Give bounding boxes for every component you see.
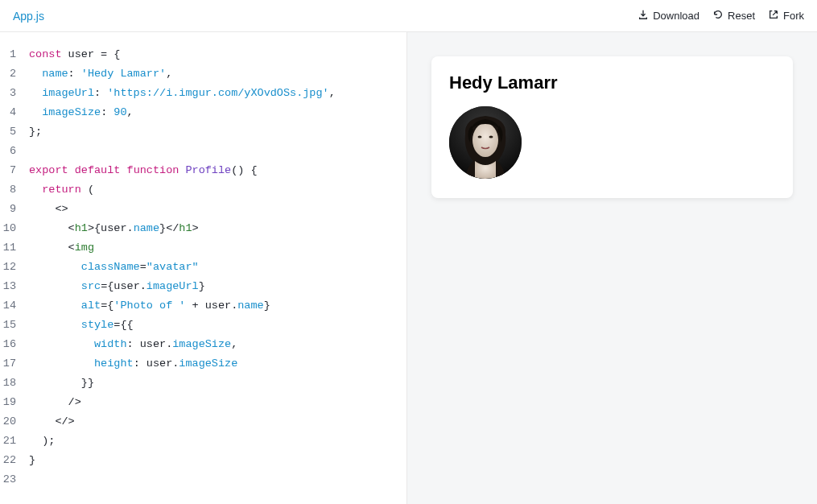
code-line[interactable]: height: user.imageSize xyxy=(29,354,406,374)
preview-heading: Hedy Lamarr xyxy=(449,72,775,93)
download-label: Download xyxy=(653,10,699,22)
code-container: 1234567891011121314151617181920212223 co… xyxy=(0,32,406,490)
code-line[interactable]: /> xyxy=(29,393,406,412)
code-line[interactable] xyxy=(29,470,406,490)
code-line[interactable]: }} xyxy=(29,374,406,393)
line-number: 13 xyxy=(0,277,16,296)
code-line[interactable]: ); xyxy=(29,432,406,451)
code-line[interactable]: <h1>{user.name}</h1> xyxy=(29,219,406,238)
code-line[interactable]: name: 'Hedy Lamarr', xyxy=(29,64,406,84)
code-line[interactable]: export default function Profile() { xyxy=(29,161,406,180)
line-number: 21 xyxy=(0,432,16,451)
line-number: 6 xyxy=(0,142,16,161)
line-number: 3 xyxy=(0,84,16,103)
svg-point-3 xyxy=(489,136,493,138)
download-button[interactable]: Download xyxy=(638,9,699,23)
code-line[interactable]: alt={'Photo of ' + user.name} xyxy=(29,296,406,316)
code-line[interactable]: <img xyxy=(29,238,406,258)
line-number: 20 xyxy=(0,412,16,432)
reset-button[interactable]: Reset xyxy=(712,9,755,23)
line-number: 1 xyxy=(0,45,16,64)
reset-label: Reset xyxy=(728,10,755,22)
code-line[interactable]: style={{ xyxy=(29,316,406,335)
code-content[interactable]: const user = { name: 'Hedy Lamarr', imag… xyxy=(26,45,406,490)
line-number: 15 xyxy=(0,316,16,335)
line-number: 11 xyxy=(0,238,16,258)
code-editor-pane[interactable]: 1234567891011121314151617181920212223 co… xyxy=(0,32,407,504)
line-number: 23 xyxy=(0,470,16,490)
code-line[interactable]: imageSize: 90, xyxy=(29,103,406,122)
code-line[interactable]: <> xyxy=(29,200,406,219)
line-number: 18 xyxy=(0,374,16,393)
code-line[interactable]: src={user.imageUrl} xyxy=(29,277,406,296)
line-number: 19 xyxy=(0,393,16,412)
line-number: 4 xyxy=(0,103,16,122)
code-line[interactable]: return ( xyxy=(29,180,406,200)
code-line[interactable]: const user = { xyxy=(29,45,406,64)
line-number: 9 xyxy=(0,200,16,219)
line-number: 10 xyxy=(0,219,16,238)
line-number: 17 xyxy=(0,354,16,374)
fork-icon xyxy=(768,9,779,23)
svg-point-1 xyxy=(472,123,498,157)
line-number: 22 xyxy=(0,451,16,470)
preview-pane: Hedy Lamarr xyxy=(407,32,817,504)
line-number: 7 xyxy=(0,161,16,180)
code-line[interactable]: className="avatar" xyxy=(29,258,406,277)
code-line[interactable] xyxy=(29,142,406,161)
svg-point-2 xyxy=(478,136,482,138)
download-icon xyxy=(638,9,649,23)
filename-tab[interactable]: App.js xyxy=(13,10,44,23)
editor-header: App.js Download Reset For xyxy=(0,0,817,32)
preview-card: Hedy Lamarr xyxy=(431,56,793,198)
toolbar: Download Reset Fork xyxy=(638,9,804,23)
avatar-image xyxy=(449,106,522,179)
reset-icon xyxy=(712,9,724,23)
line-number: 2 xyxy=(0,64,16,84)
code-line[interactable]: imageUrl: 'https://i.imgur.com/yXOvdOSs.… xyxy=(29,84,406,103)
line-number: 14 xyxy=(0,296,16,316)
code-line[interactable]: } xyxy=(29,451,406,470)
fork-label: Fork xyxy=(783,10,804,22)
line-number-gutter: 1234567891011121314151617181920212223 xyxy=(0,45,26,490)
line-number: 5 xyxy=(0,122,16,142)
code-line[interactable]: width: user.imageSize, xyxy=(29,335,406,354)
line-number: 16 xyxy=(0,335,16,354)
code-line[interactable]: }; xyxy=(29,122,406,142)
line-number: 12 xyxy=(0,258,16,277)
code-line[interactable]: </> xyxy=(29,412,406,432)
main-split: 1234567891011121314151617181920212223 co… xyxy=(0,32,817,504)
fork-button[interactable]: Fork xyxy=(768,9,804,23)
line-number: 8 xyxy=(0,180,16,200)
avatar xyxy=(449,106,522,179)
